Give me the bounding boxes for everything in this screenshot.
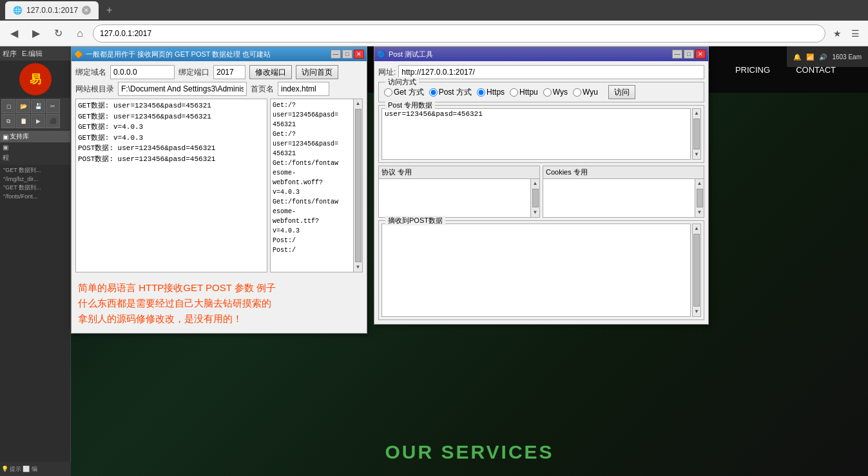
radio-wys-label: Wys bbox=[553, 88, 568, 97]
ide-tool-cut[interactable]: ✂ bbox=[46, 99, 60, 113]
post-data-textarea[interactable] bbox=[381, 108, 691, 160]
bind-port-input[interactable] bbox=[213, 65, 246, 79]
ide-menu-edit[interactable]: E.编辑 bbox=[22, 49, 43, 59]
tab-title: 127.0.0.1:2017 bbox=[26, 6, 78, 15]
cookies-scrollbar[interactable]: ▲ ▼ bbox=[695, 179, 704, 218]
radio-http[interactable]: Httpu bbox=[510, 88, 538, 97]
log-scrollbar[interactable]: ▲ ▼ bbox=[354, 99, 363, 272]
log-right-8: webfont.woff? bbox=[272, 178, 352, 187]
main-window-close[interactable]: ✕ bbox=[354, 50, 364, 59]
scroll-up-icon[interactable]: ▲ bbox=[356, 99, 361, 108]
radio-wys[interactable]: Wys bbox=[543, 88, 568, 97]
ide-tool-paste[interactable]: 📋 bbox=[16, 114, 30, 128]
log-right-12: webfont.ttf? bbox=[272, 216, 352, 226]
nav-pricing[interactable]: PRICING bbox=[722, 59, 783, 81]
cookies-scroll-down[interactable]: ▼ bbox=[697, 208, 702, 217]
ide-tab-prog[interactable]: 程 bbox=[0, 152, 70, 164]
ide-tab-libs[interactable]: ▣ 支持库 bbox=[0, 131, 70, 142]
received-scrollbar[interactable]: ▲ ▼ bbox=[692, 224, 701, 317]
browser-titlebar: 🌐 127.0.0.1:2017 ✕ + bbox=[0, 0, 868, 21]
ide-code-line-2: "/img/bz_dir... bbox=[3, 175, 68, 184]
radio-wys-input[interactable] bbox=[543, 88, 552, 97]
ide-menubar: 程序 E.编辑 bbox=[0, 46, 70, 61]
radio-https-input[interactable] bbox=[477, 88, 485, 97]
received-group: 摘收到POST数据 ▲ ▼ bbox=[378, 220, 704, 320]
proto-scroll-down[interactable]: ▼ bbox=[533, 208, 538, 217]
tab-close-button[interactable]: ✕ bbox=[82, 6, 91, 15]
ide-tool-run[interactable]: ▶ bbox=[31, 114, 45, 128]
visit-button[interactable]: 访问 bbox=[608, 85, 635, 99]
received-textarea[interactable] bbox=[381, 224, 691, 317]
main-window-minimize[interactable]: — bbox=[331, 50, 341, 59]
modify-port-button[interactable]: 修改端口 bbox=[249, 65, 292, 79]
cookies-label: Cookies 专用 bbox=[543, 166, 704, 179]
ide-tool-copy[interactable]: ⧉ bbox=[1, 114, 15, 128]
recv-scroll-down[interactable]: ▼ bbox=[694, 307, 699, 316]
browser-tab[interactable]: 🌐 127.0.0.1:2017 ✕ bbox=[5, 1, 99, 19]
ide-tool-new[interactable]: ◻ bbox=[1, 99, 15, 113]
log-right-panel[interactable]: Get:/? user=123456&pasd= 456321 Get:/? u… bbox=[270, 99, 354, 272]
desc-line-3: 拿别人的源码修修改改，是没有用的！ bbox=[78, 311, 360, 327]
access-method-label: 访问方式 bbox=[385, 77, 419, 87]
log-entry-3: GET数据: v=4.0.3 bbox=[77, 133, 265, 144]
site-root-input[interactable] bbox=[118, 82, 247, 96]
main-window-title: 一般都是用作于 接收网页的 GET POST 数据处理 也可建站 bbox=[86, 50, 271, 59]
refresh-button[interactable]: ↻ bbox=[49, 24, 67, 43]
radio-wyu[interactable]: Wyu bbox=[573, 88, 598, 97]
radio-post-input[interactable] bbox=[429, 88, 438, 97]
tray-time: 1603 Eam bbox=[832, 53, 862, 61]
radio-http-input[interactable] bbox=[510, 88, 518, 97]
radio-post[interactable]: Post 方式 bbox=[429, 87, 472, 98]
post-window-minimize[interactable]: — bbox=[672, 50, 682, 59]
ide-tab-view[interactable]: ▣ bbox=[0, 142, 70, 152]
site-root-row: 网站根目录 首页名 bbox=[75, 82, 363, 96]
radio-post-label: Post 方式 bbox=[439, 87, 472, 98]
post-window-maximize[interactable]: □ bbox=[684, 50, 694, 59]
homepage-input[interactable] bbox=[278, 82, 329, 96]
protocol-scrollbar[interactable]: ▲ ▼ bbox=[531, 179, 540, 218]
ide-tool-debug[interactable]: ⬛ bbox=[46, 114, 60, 128]
scroll-up-2[interactable]: ▲ bbox=[694, 109, 699, 118]
address-bar[interactable] bbox=[93, 24, 825, 43]
log-right-5: 456321 bbox=[272, 149, 352, 158]
log-entry-1: GET数据: user=123456&pasd=456321 bbox=[77, 111, 265, 122]
post-window-close[interactable]: ✕ bbox=[695, 50, 706, 59]
scroll-down-2[interactable]: ▼ bbox=[694, 150, 699, 159]
cookies-textarea[interactable] bbox=[543, 179, 695, 218]
ide-tool-open[interactable]: 📂 bbox=[16, 99, 30, 113]
main-window-maximize[interactable]: □ bbox=[342, 50, 352, 59]
radio-get[interactable]: Get 方式 bbox=[384, 87, 424, 98]
radio-https[interactable]: Https bbox=[477, 88, 505, 97]
post-window-icon: 🔵 bbox=[377, 50, 386, 59]
post-window-titlebar[interactable]: 🔵 Post 测试工具 — □ ✕ bbox=[374, 47, 708, 61]
main-window: 🔶 一般都是用作于 接收网页的 GET POST 数据处理 也可建站 — □ ✕… bbox=[71, 46, 367, 334]
ide-code-line-4: "/fonts/Font... bbox=[3, 193, 68, 202]
ide-tool-save[interactable]: 💾 bbox=[31, 99, 45, 113]
ide-menu-program[interactable]: 程序 bbox=[3, 49, 17, 59]
radio-wyu-input[interactable] bbox=[573, 88, 581, 97]
bookmark-star-icon[interactable]: ★ bbox=[829, 26, 845, 41]
bind-domain-input[interactable] bbox=[110, 65, 175, 79]
recv-scroll-up[interactable]: ▲ bbox=[694, 224, 699, 233]
protocol-cookies-row: 协议 专用 ▲ ▼ Cookies 专用 bbox=[378, 166, 704, 218]
menu-icon[interactable]: ☰ bbox=[847, 26, 863, 41]
post-url-input[interactable] bbox=[398, 65, 704, 79]
protocol-group: 协议 专用 ▲ ▼ bbox=[378, 166, 540, 218]
desc-line-2: 什么东西都是需要经过自己大脑去钻研摸索的 bbox=[78, 296, 360, 311]
new-tab-button[interactable]: + bbox=[106, 5, 112, 16]
back-button[interactable]: ◀ bbox=[5, 24, 23, 43]
main-window-titlebar[interactable]: 🔶 一般都是用作于 接收网页的 GET POST 数据处理 也可建站 — □ ✕ bbox=[72, 47, 367, 61]
scroll-down-icon[interactable]: ▼ bbox=[356, 263, 361, 272]
visit-home-button[interactable]: 访问首页 bbox=[296, 65, 338, 79]
protocol-textarea[interactable] bbox=[378, 179, 531, 218]
radio-get-input[interactable] bbox=[384, 88, 392, 97]
proto-scroll-up[interactable]: ▲ bbox=[533, 179, 538, 188]
cookies-scroll-up[interactable]: ▲ bbox=[697, 179, 702, 188]
log-left-panel[interactable]: GET数据: user=123456&pasd=456321 GET数据: us… bbox=[75, 99, 267, 272]
svg-text:易: 易 bbox=[30, 73, 41, 86]
forward-button[interactable]: ▶ bbox=[27, 24, 45, 43]
home-button[interactable]: ⌂ bbox=[71, 24, 89, 43]
post-url-row: 网址: bbox=[378, 65, 704, 79]
post-data-scrollbar[interactable]: ▲ ▼ bbox=[692, 108, 701, 160]
ide-code-line-1: "GET 数据到... bbox=[3, 166, 68, 175]
